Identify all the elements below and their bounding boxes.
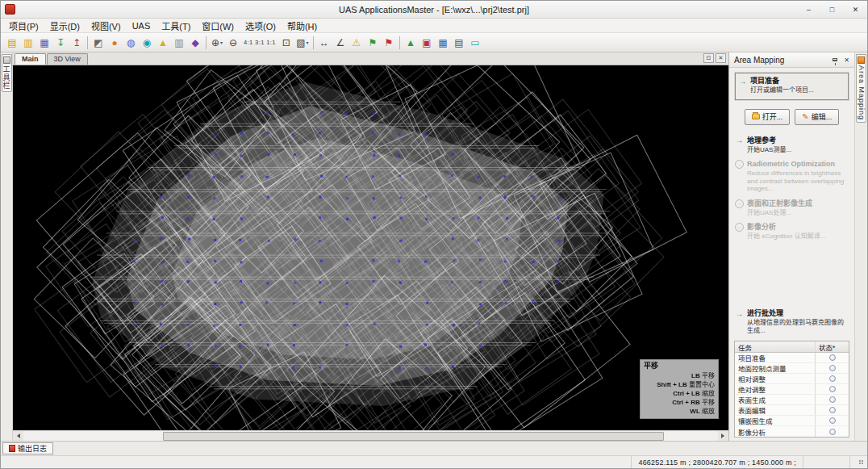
area-mapping-panel: Area Mapping ✕ →项目准备打开或编辑一个项目...打开...编辑.…: [728, 52, 854, 441]
menu-item-help[interactable]: 帮助(H): [282, 19, 323, 33]
dropdown-arrow-icon: ▾: [307, 40, 309, 45]
menu-item-tools[interactable]: 工具(T): [156, 19, 196, 33]
flag-red-icon[interactable]: ⚑: [381, 35, 397, 51]
workflow-step-5[interactable]: →影像分析开始 eCognition 认知解译...: [735, 223, 849, 241]
task-name: 地面控制点测量: [735, 363, 815, 373]
step-title: 项目准备: [750, 77, 814, 85]
window-controls: – □ ✕: [797, 1, 867, 18]
workflow-step-2[interactable]: →地理参考开始UAS测量...: [735, 136, 849, 154]
task-row[interactable]: 镶嵌图生成: [735, 416, 849, 426]
view-tie-points-icon[interactable]: ◉: [139, 35, 155, 51]
task-row[interactable]: 影像分析: [735, 426, 849, 437]
workflow-step-4[interactable]: →表面和正射影像生成开始UAS处理...: [735, 199, 849, 217]
task-name: 表面编辑: [735, 405, 815, 415]
zoom-ratios[interactable]: 4:1 3:1 1:1: [241, 39, 278, 46]
output-log-tab[interactable]: 输出日志: [2, 442, 53, 454]
menu-item-uas[interactable]: UAS: [127, 20, 156, 31]
pin-icon[interactable]: [829, 55, 840, 65]
output-log-label: 输出日志: [18, 443, 47, 454]
scroll-left-button[interactable]: [13, 431, 23, 441]
scroll-left-icon: [15, 433, 20, 438]
grid-icon: [849, 456, 867, 468]
view-3d-icon[interactable]: ◆: [187, 35, 203, 51]
scroll-right-button[interactable]: [718, 431, 728, 441]
pan-tool-icon[interactable]: ↔: [316, 35, 332, 51]
zoom-region-icon[interactable]: ▧▾: [294, 35, 311, 51]
close-view-button[interactable]: ✕: [716, 53, 726, 63]
view-gcp-icon[interactable]: ▲: [155, 35, 171, 51]
task-row[interactable]: 表面编辑: [735, 405, 849, 416]
menu-bar: 项目(P)显示(D)视图(V)UAS工具(T)窗口(W)选项(O)帮助(H): [1, 19, 867, 33]
zoom-fit-icon[interactable]: ⊡: [278, 35, 294, 51]
task-name: 项目准备: [735, 353, 815, 362]
flag-green-icon[interactable]: ⚑: [365, 35, 381, 51]
status-spacer-cell: [803, 456, 849, 468]
horizontal-scrollbar[interactable]: [13, 430, 728, 441]
task-row[interactable]: 绝对调整: [735, 384, 849, 395]
ortho-tool-icon[interactable]: ▣: [419, 35, 435, 51]
save-project-icon[interactable]: ▦: [36, 35, 52, 51]
pencil-icon: [802, 112, 808, 121]
view-footprints-icon[interactable]: ▥: [171, 35, 187, 51]
area-mapping-tab[interactable]: Area Mapping: [856, 54, 866, 123]
mosaic-tool-icon[interactable]: ▦: [435, 35, 451, 51]
step-desc: 开始UAS测量...: [747, 146, 791, 154]
step-arrow-icon: →: [735, 199, 744, 208]
task-row[interactable]: 相对调整: [735, 374, 849, 384]
close-button[interactable]: ✕: [844, 1, 867, 18]
task-row[interactable]: 表面生成: [735, 395, 849, 405]
zoom-out-icon[interactable]: ⊖: [225, 35, 241, 51]
import-images-icon[interactable]: ↧: [52, 35, 69, 51]
dtm-tool-icon[interactable]: ▲: [403, 35, 419, 51]
monitor-icon[interactable]: ▭: [467, 35, 483, 51]
edit-button[interactable]: 编辑...: [795, 109, 839, 125]
minimize-button[interactable]: –: [797, 1, 820, 18]
viewport-canvas[interactable]: [13, 65, 728, 430]
viewport-column: Main3D View ⊡✕ 平移 LB 平移Shift + LB 重置中心Ct…: [13, 52, 728, 441]
panel-close-icon[interactable]: ✕: [841, 55, 852, 65]
task-row[interactable]: 项目准备: [735, 353, 849, 363]
status-cell: [815, 353, 849, 362]
status-circle-icon: [829, 354, 836, 361]
menu-item-options[interactable]: 选项(O): [240, 19, 282, 33]
scrollbar-thumb[interactable]: [163, 432, 664, 441]
warning-list-icon[interactable]: ⚠: [348, 35, 365, 51]
maximize-button[interactable]: □: [820, 1, 844, 18]
toolbox-tab-label: 工具栏: [2, 65, 12, 90]
view-tab-bar: Main3D View ⊡✕: [13, 52, 728, 65]
open-button[interactable]: 打开...: [745, 109, 791, 125]
zoom-in-icon[interactable]: ⊕▾: [209, 35, 225, 51]
new-project-icon[interactable]: ▤: [4, 35, 20, 51]
menu-item-display[interactable]: 显示(D): [44, 19, 86, 33]
step-title: 地理参考: [747, 136, 791, 144]
workflow-step-1[interactable]: →项目准备打开或编辑一个项目...: [735, 73, 849, 100]
status-circle-icon: [829, 396, 836, 403]
workflow-step-6[interactable]: →进行批处理从地理信息的处理到马赛克图像的生成...: [735, 309, 849, 334]
project-buttons: 打开...编辑...: [734, 109, 849, 125]
view-images-icon[interactable]: ◍: [123, 35, 139, 51]
view-points-icon[interactable]: ●: [106, 35, 123, 51]
task-row[interactable]: 地面控制点测量: [735, 363, 849, 374]
export-report-icon[interactable]: ↥: [69, 35, 85, 51]
titlebar: UAS ApplicationsMaster - [E:\wxz\...\prj…: [1, 1, 867, 19]
toolbox-tab[interactable]: 工具栏: [2, 54, 12, 92]
float-view-button[interactable]: ⊡: [703, 53, 714, 63]
menu-item-project[interactable]: 项目(P): [3, 19, 44, 33]
coordinate-display: 466252.115 m ; 2800420.707 m ; 1450.000 …: [631, 456, 803, 468]
measure-tool-icon[interactable]: ∠: [332, 35, 348, 51]
toolbar: ▤▥▦↧↥◩●◍◉▲▥◆⊕▾⊖4:1 3:1 1:1⊡▧▾↔∠⚠⚑⚑▲▣▦▤▭: [1, 33, 867, 52]
status-cell: [815, 374, 849, 383]
view-tab-3d-view[interactable]: 3D View: [47, 53, 88, 65]
view-tab-main[interactable]: Main: [15, 53, 46, 65]
menu-item-view[interactable]: 视图(V): [86, 19, 127, 33]
workflow-step-3[interactable]: →Radiometric OptimizationReduce differen…: [735, 160, 849, 193]
task-name: 影像分析: [735, 427, 815, 437]
panel-header: Area Mapping ✕: [729, 52, 854, 68]
viewport[interactable]: 平移 LB 平移Shift + LB 重置中心Ctrl + LB 缩放Ctrl …: [13, 65, 728, 430]
select-tool-icon[interactable]: ◩: [90, 35, 106, 51]
toolbar-separator: [399, 36, 400, 49]
print-icon[interactable]: ▤: [451, 35, 467, 51]
open-project-icon[interactable]: ▥: [20, 35, 36, 51]
menu-item-window[interactable]: 窗口(W): [196, 19, 240, 33]
step-arrow-icon: →: [735, 309, 744, 318]
